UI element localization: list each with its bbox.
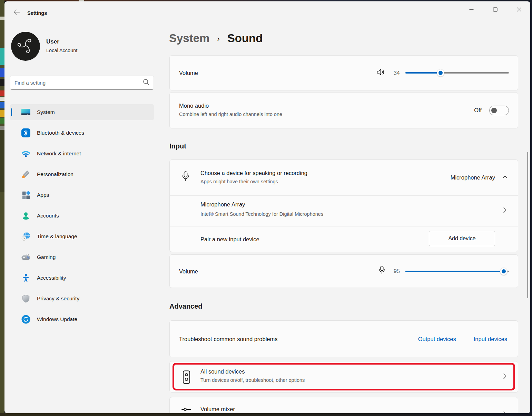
volume-mixer-card[interactable]: Volume mixer [169,397,518,413]
accessibility-person-icon [21,273,31,283]
troubleshoot-label: Troubleshoot common sound problems [179,336,278,342]
sound-device-icon [182,370,191,386]
sidebar-item-time-language[interactable]: Time & language [10,229,154,244]
person-icon [21,211,31,221]
input-volume-card: Volume 95 [169,254,518,288]
bluetooth-icon [21,128,31,138]
settings-window: Settings User Local Account [4,1,530,413]
input-volume-slider-group: 95 [378,265,509,277]
selection-indicator [11,108,12,116]
microphone-icon[interactable] [378,265,385,277]
desktop-right-strip [530,0,532,416]
sidebar-item-label: Windows Update [37,316,77,322]
slider-thumb[interactable] [437,69,444,77]
mono-audio-toggle[interactable] [489,106,509,115]
sidebar-nav: System Bluetooth & devices Network & int… [10,104,154,332]
output-volume-slider[interactable] [405,72,509,74]
close-icon [517,7,521,13]
update-icon [21,315,31,324]
avatar[interactable] [11,32,40,61]
search-box [10,76,154,90]
desktop-icon-sliver [0,126,4,130]
desktop-icon-sliver [0,97,4,101]
microphone-array-row[interactable]: Microphone Array Intel® Smart Sound Tech… [170,195,518,226]
desktop-icon-sliver [0,48,4,65]
desktop-texture [0,130,4,192]
sidebar-item-label: Bluetooth & devices [37,130,84,136]
breadcrumb-system[interactable]: System [169,32,209,45]
mono-audio-card: Mono audio Combine left and right audio … [169,92,518,128]
back-button[interactable] [11,8,22,18]
globe-clock-icon [21,232,31,241]
shield-icon [21,294,31,303]
input-section-header: Input [169,142,186,150]
screen: Settings User Local Account [0,0,532,416]
all-sound-devices-card[interactable]: All sound devices Turn devices on/off, t… [169,361,518,393]
desktop-icon-sliver [0,79,4,86]
sidebar-item-system[interactable]: System [10,104,154,120]
sidebar-item-personalization[interactable]: Personalization [10,166,154,182]
chevron-right-icon [502,206,508,215]
window-title: Settings [27,10,47,16]
input-devices-link[interactable]: Input devices [474,336,507,342]
desktop-icon-sliver [0,110,4,117]
page-title: Sound [227,32,263,45]
speaker-icon[interactable] [376,68,385,78]
sidebar-item-apps[interactable]: Apps [10,187,154,203]
mixer-icon [181,407,191,413]
desktop-left-strip [0,0,4,416]
sidebar-item-gaming[interactable]: Gaming [10,249,154,265]
sidebar-item-accessibility[interactable]: Accessibility [10,270,154,286]
maximize-button[interactable] [487,4,503,16]
minimize-button[interactable] [463,4,479,16]
desktop-icon-sliver [0,68,4,77]
sidebar-item-label: Gaming [37,254,56,260]
volume-mixer-title: Volume mixer [200,406,235,413]
sidebar-item-privacy-security[interactable]: Privacy & security [10,291,154,307]
search-icon[interactable] [143,79,149,87]
chevron-up-icon[interactable] [502,174,508,182]
output-volume-label: Volume [179,70,198,76]
desktop-icon-sliver [0,118,4,124]
slider-fill [405,271,504,272]
add-device-button[interactable]: Add device [429,231,495,246]
output-devices-link[interactable]: Output devices [418,336,456,342]
slider-thumb[interactable] [500,268,508,275]
minimize-icon [469,7,474,13]
desktop-bottom-strip [0,413,532,416]
pair-input-device-row: Pair a new input device Add device [170,226,518,252]
sidebar-item-label: Apps [37,192,49,198]
brush-icon [21,170,31,179]
sidebar-item-label: Network & internet [37,151,81,157]
input-volume-value: 95 [391,268,400,274]
desktop-icon-sliver [0,102,4,108]
choose-input-subtitle: Apps might have their own settings [200,179,307,184]
vertical-scrollbar[interactable] [527,152,528,298]
mono-audio-subtitle: Combine left and right audio channels in… [179,112,282,117]
system-icon [21,107,31,117]
troubleshoot-card: Troubleshoot common sound problems Outpu… [169,320,518,357]
apps-icon [21,190,31,200]
input-volume-slider[interactable] [405,271,509,272]
sidebar-item-accounts[interactable]: Accounts [10,208,154,224]
desktop-icon-sliver [0,17,4,20]
close-button[interactable] [511,4,527,16]
choose-input-device-row[interactable]: Choose a device for speaking or recordin… [170,160,518,195]
sidebar-item-label: System [37,109,55,115]
breadcrumb-separator-icon: › [217,35,219,43]
profile-account-type: Local Account [46,48,77,53]
search-input[interactable] [14,80,143,86]
sidebar-item-network-internet[interactable]: Network & internet [10,146,154,162]
mono-audio-title: Mono audio [179,103,282,109]
breadcrumb: System › Sound [169,32,263,45]
output-volume-slider-group: 34 [376,68,509,78]
mic-array-title: Microphone Array [200,201,323,208]
input-volume-label: Volume [179,268,198,274]
gamepad-icon [21,252,31,262]
profile-name: User [46,38,59,45]
output-volume-card: Volume 34 [169,55,518,90]
wifi-icon [21,149,31,158]
sidebar-item-windows-update[interactable]: Windows Update [10,311,154,327]
sidebar-item-bluetooth-devices[interactable]: Bluetooth & devices [10,125,154,141]
sidebar-item-label: Accessibility [37,275,66,281]
